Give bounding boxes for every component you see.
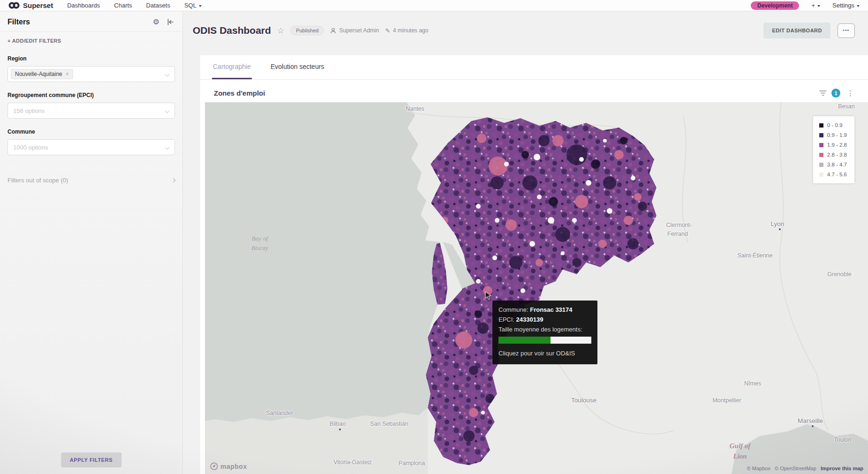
choropleth-map[interactable]: NantesBesanClermont-FerrandLyonSaint-Éti… <box>205 102 868 474</box>
caret-down-icon <box>857 5 860 7</box>
dashboard-header: ODIS Dashboard ☆ Published Superset Admi… <box>183 11 868 38</box>
nav-item-sql[interactable]: SQL <box>184 2 202 9</box>
nav-item-datasets[interactable]: Datasets <box>146 2 170 9</box>
favorite-star-icon[interactable]: ☆ <box>277 26 284 36</box>
edit-dashboard-button[interactable]: EDIT DASHBOARD <box>763 23 830 38</box>
legend-label: 0.9 - 1.9 <box>827 132 847 138</box>
epci-label: Regroupement commune (EPCI) <box>8 92 175 98</box>
filter-group-epci: Regroupement commune (EPCI) 156 options <box>0 92 182 119</box>
filters-header: Filters ⚙ <box>0 11 182 32</box>
applied-filters-icon[interactable] <box>819 90 827 96</box>
brand-name: Superset <box>23 1 53 9</box>
last-modified: ✎ 4 minutes ago <box>385 27 428 34</box>
nav-item-dashboards[interactable]: Dashboards <box>67 2 100 9</box>
commune-select[interactable]: 1000 options <box>8 139 175 155</box>
top-navigation-bar: Superset DashboardsChartsDatasetsSQL Dev… <box>0 0 868 11</box>
filter-count-badge[interactable]: 1 <box>831 89 840 98</box>
tab-cartographie[interactable]: Cartographie <box>212 55 252 79</box>
main-area: ODIS Dashboard ☆ Published Superset Admi… <box>183 11 868 474</box>
chevron-down-icon <box>165 109 170 113</box>
dashboard-tabs: Cartographie Evolution secteurs <box>200 55 868 80</box>
map-tooltip: Commune: Fronsac 33174 EPCI: 24330139 Ta… <box>492 301 597 364</box>
user-icon <box>330 28 336 34</box>
legend-label: 3.8 - 4.7 <box>827 162 847 167</box>
legend-swatch <box>819 143 823 147</box>
legend-item: 4.7 - 5.6 <box>819 172 847 177</box>
new-item-button[interactable]: + <box>811 2 820 9</box>
legend-label: 4.7 - 5.6 <box>827 172 847 177</box>
chart-header: Zones d'emploi 1 ⋮ <box>200 80 868 102</box>
epci-select[interactable]: 156 options <box>8 103 175 119</box>
more-options-button[interactable]: ••• <box>838 23 855 38</box>
environment-tag: Development <box>751 1 799 10</box>
france-map-svg <box>205 102 868 474</box>
nav-items: DashboardsChartsDatasetsSQL <box>67 2 202 9</box>
filters-title: Filters <box>8 18 30 26</box>
settings-menu[interactable]: Settings <box>832 2 860 9</box>
legend-item: 0.9 - 1.9 <box>819 132 847 138</box>
dashboard-title: ODIS Dashboard <box>193 25 271 36</box>
chart-title: Zones d'emploi <box>214 89 265 97</box>
region-select[interactable]: Nouvelle-Aquitaine × <box>8 66 175 82</box>
legend-label: 1.9 - 2.8 <box>827 142 847 148</box>
legend-label: 0 - 0.9 <box>827 122 843 128</box>
caret-down-icon <box>199 5 202 7</box>
epci-placeholder: 156 options <box>11 107 45 114</box>
chevron-down-icon <box>165 72 170 77</box>
published-badge[interactable]: Published <box>290 26 324 35</box>
chevron-right-icon <box>171 178 176 183</box>
nav-item-charts[interactable]: Charts <box>114 2 132 9</box>
add-edit-filters-button[interactable]: + ADD/EDIT FILTERS <box>0 32 182 45</box>
superset-brand[interactable]: Superset <box>8 1 53 9</box>
tab-evolution-secteurs[interactable]: Evolution secteurs <box>270 55 325 79</box>
commune-label: Commune <box>8 128 175 135</box>
city-dot <box>779 228 781 230</box>
kebab-menu-icon[interactable]: ⋮ <box>845 89 856 98</box>
tooltip-metric-label: Taille moyenne des logements: <box>498 325 591 335</box>
dashboard-panel: Cartographie Evolution secteurs Zones d'… <box>200 55 868 474</box>
city-dot <box>339 429 341 430</box>
filter-group-region: Region Nouvelle-Aquitaine × <box>0 55 182 82</box>
pencil-icon: ✎ <box>385 27 390 34</box>
osm-attribution[interactable]: © OpenStreetMap <box>775 466 816 471</box>
legend-item: 3.8 - 4.7 <box>819 162 847 167</box>
map-attribution: © Mapbox © OpenStreetMap Improve this ma… <box>744 466 863 471</box>
apply-filters-button[interactable]: APPLY FILTERS <box>61 452 121 467</box>
superset-dashboard-screen: Superset DashboardsChartsDatasetsSQL Dev… <box>0 0 868 474</box>
legend-swatch <box>819 163 823 167</box>
superset-logo-icon <box>8 2 20 9</box>
tooltip-progress-bar <box>498 337 591 344</box>
chevron-down-icon <box>165 145 170 150</box>
commune-placeholder: 1000 options <box>11 144 48 151</box>
region-value-tag: Nouvelle-Aquitaine × <box>11 69 73 79</box>
legend-item: 0 - 0.9 <box>819 122 847 128</box>
remove-tag-icon[interactable]: × <box>66 71 69 77</box>
legend-swatch <box>819 173 823 177</box>
tooltip-epci: EPCI: 24330139 <box>498 315 591 325</box>
topnav-right: Development + Settings <box>751 1 860 10</box>
legend-swatch <box>819 133 823 137</box>
caret-down-icon <box>817 5 820 7</box>
city-dot <box>812 425 814 427</box>
map-legend: 0 - 0.90.9 - 1.91.9 - 2.82.8 - 3.83.8 - … <box>813 116 854 183</box>
region-label: Region <box>8 55 175 62</box>
legend-item: 1.9 - 2.8 <box>819 142 847 148</box>
atlantic-ocean <box>205 102 439 422</box>
collapse-sidebar-icon[interactable] <box>167 19 174 25</box>
gear-icon[interactable]: ⚙ <box>153 17 159 26</box>
improve-map-link[interactable]: Improve this map <box>821 466 863 471</box>
legend-item: 2.8 - 3.8 <box>819 152 847 158</box>
legend-label: 2.8 - 3.8 <box>827 152 847 158</box>
mapbox-icon <box>210 462 218 470</box>
tooltip-commune: Commune: Fronsac 33174 <box>498 305 591 315</box>
legend-swatch <box>819 153 823 157</box>
filters-sidebar: Filters ⚙ + ADD/EDIT FILTERS Region Nouv… <box>0 11 183 474</box>
tooltip-cta: Cliquez pour voir sur OD&IS <box>498 349 591 359</box>
filters-out-of-scope[interactable]: Filters out of scope (0) <box>8 177 175 184</box>
legend-swatch <box>819 123 823 128</box>
filter-group-commune: Commune 1000 options <box>0 128 182 155</box>
mapbox-logo[interactable]: mapbox <box>210 462 247 470</box>
mapbox-attribution[interactable]: © Mapbox <box>747 466 770 471</box>
dashboard-author: Superset Admin <box>330 27 379 34</box>
